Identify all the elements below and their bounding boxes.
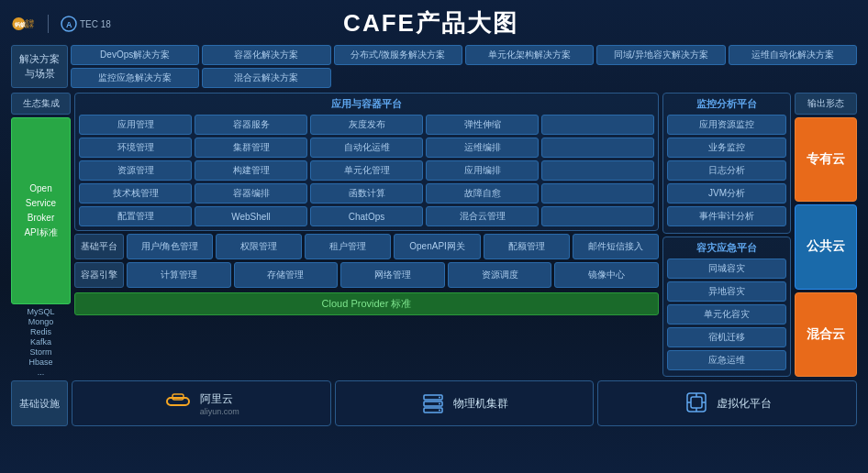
svg-point-13	[439, 403, 440, 405]
main-container: 蚂蚁 金融 服务 A TEC 18 CAFE产品大图 解决方案 与场景 D	[0, 0, 868, 473]
ant-financial-logo: 蚂蚁 金融 服务	[11, 15, 37, 33]
app-cell-7: 自动化运维	[310, 138, 423, 158]
app-cell-18: 故障自愈	[426, 183, 539, 204]
svg-text:TEC 18: TEC 18	[80, 19, 111, 29]
app-platform: 应用与容器平台 应用管理 容器服务 灰度发布 弹性伸缩 环境管理 集群管理 自动…	[74, 93, 659, 231]
disaster-0: 同城容灾	[667, 258, 786, 279]
logo-area: 蚂蚁 金融 服务 A TEC 18	[11, 15, 115, 33]
app-cell-5: 环境管理	[79, 138, 192, 158]
header: 蚂蚁 金融 服务 A TEC 18 CAFE产品大图	[11, 7, 857, 39]
infrastructure-row: 基础设施 阿里云 aliyun.com	[11, 380, 857, 426]
db-storm: Storm	[11, 347, 71, 357]
app-cell-9	[541, 138, 654, 158]
app-cell-6: 集群管理	[195, 138, 307, 158]
virtualization-icon	[684, 390, 709, 417]
solutions-items: DevOps解决方案 容器化解决方案 分布式/微服务解决方案 单元化架构解决方案…	[71, 45, 857, 88]
foundation-label: 基础平台	[74, 234, 124, 259]
app-cell-13: 应用编排	[426, 160, 539, 181]
foundation-1: 权限管理	[216, 234, 302, 259]
app-platform-grid: 应用管理 容器服务 灰度发布 弹性伸缩 环境管理 集群管理 自动化运维 运维编排…	[79, 115, 654, 226]
app-cell-0: 应用管理	[79, 115, 192, 135]
monitor-1: 业务监控	[667, 138, 786, 158]
page-title: CAFE产品大图	[115, 7, 747, 39]
app-cell-12: 单元化管理	[310, 160, 423, 181]
center-area: 应用与容器平台 应用管理 容器服务 灰度发布 弹性伸缩 环境管理 集群管理 自动…	[74, 93, 659, 377]
monitor-4: 事件审计分析	[667, 206, 786, 226]
container-items: 计算管理 存储管理 网络管理 资源调度 镜像中心	[127, 262, 659, 288]
db-mongo: Mongo	[11, 317, 71, 326]
output-form: 输出形态 专有云 公共云 混合云	[795, 93, 857, 377]
app-cell-17: 函数计算	[310, 183, 423, 204]
app-cell-16: 容器编排	[195, 183, 307, 204]
solution-item-2: 分布式/微服务解决方案	[334, 45, 462, 65]
aliyun-text: 阿里云 aliyun.com	[200, 391, 239, 416]
infra-virtualization: 虚拟化平台	[597, 380, 857, 426]
app-cell-11: 构建管理	[195, 160, 307, 181]
monitor-grid: 应用资源监控 业务监控 日志分析 JVM分析 事件审计分析	[667, 115, 786, 226]
app-cell-22: ChatOps	[310, 206, 423, 226]
svg-text:服务: 服务	[25, 23, 34, 28]
db-more: ...	[11, 368, 71, 377]
output-hybrid-cloud: 混合云	[795, 292, 857, 377]
db-redis: Redis	[11, 327, 71, 336]
app-cell-2: 灰度发布	[310, 115, 423, 135]
app-cell-10: 资源管理	[79, 160, 192, 181]
monitor-3: JVM分析	[667, 183, 786, 204]
container-row: 容器引擎 计算管理 存储管理 网络管理 资源调度 镜像中心	[74, 262, 659, 288]
solution-item-6: 监控应急解决方案	[71, 68, 199, 88]
disaster-grid: 同城容灾 异地容灾 单元化容灾 宿机迁移 应急运维	[667, 258, 786, 370]
container-4: 镜像中心	[554, 262, 659, 288]
app-cell-4	[541, 115, 654, 135]
app-cell-1: 容器服务	[195, 115, 307, 135]
app-cell-15: 技术栈管理	[79, 183, 192, 204]
disaster-4: 应急运维	[667, 350, 786, 370]
monitor-0: 应用资源监控	[667, 115, 786, 135]
output-public-cloud: 公共云	[795, 204, 857, 289]
foundation-items: 用户/角色管理 权限管理 租户管理 OpenAPI网关 配额管理 邮件短信接入	[127, 234, 659, 259]
disaster-title: 容灾应急平台	[667, 241, 786, 255]
solution-item-0: DevOps解决方案	[71, 45, 199, 65]
db-hbase: Hbase	[11, 358, 71, 367]
open-service-broker: Open Service Broker API标准	[11, 117, 71, 304]
svg-text:金融: 金融	[25, 17, 34, 23]
physical-server-icon	[420, 390, 446, 417]
atec-logo: A TEC 18	[60, 15, 115, 33]
aliyun-icon	[163, 390, 193, 416]
app-cell-3: 弹性伸缩	[426, 115, 539, 135]
svg-point-14	[439, 410, 440, 412]
svg-text:A: A	[66, 20, 72, 29]
virtualization-text: 虚拟化平台	[717, 396, 772, 412]
output-private-cloud: 专有云	[795, 117, 857, 202]
foundation-4: 配额管理	[484, 234, 570, 259]
container-1: 存储管理	[234, 262, 339, 288]
app-platform-title: 应用与容器平台	[79, 97, 654, 111]
right-panels: 监控分析平台 应用资源监控 业务监控 日志分析 JVM分析 事件审计分析 容灾应…	[662, 93, 791, 377]
app-cell-24	[541, 206, 654, 226]
app-cell-19	[541, 183, 654, 204]
main-content: 生态集成 Open Service Broker API标准 MySQL Mon…	[11, 93, 857, 377]
monitor-platform: 监控分析平台 应用资源监控 业务监控 日志分析 JVM分析 事件审计分析	[662, 93, 791, 234]
foundation-2: 租户管理	[305, 234, 391, 259]
db-mysql: MySQL	[11, 307, 71, 316]
db-items: MySQL Mongo Redis Kafka Storm Hbase ...	[11, 307, 71, 377]
app-cell-20: 配置管理	[79, 206, 192, 226]
svg-point-12	[439, 397, 440, 399]
svg-rect-7	[167, 398, 189, 405]
container-3: 资源调度	[448, 262, 552, 288]
container-2: 网络管理	[340, 262, 445, 288]
foundation-3: OpenAPI网关	[394, 234, 480, 259]
ecosystem-label: 生态集成	[11, 93, 71, 115]
infra-label: 基础设施	[11, 380, 68, 426]
app-cell-23: 混合云管理	[426, 206, 539, 226]
solution-item-3: 单元化架构解决方案	[465, 45, 594, 65]
solution-item-7: 混合云解决方案	[202, 68, 330, 88]
physical-cluster-text: 物理机集群	[453, 396, 508, 412]
left-sidebar: 生态集成 Open Service Broker API标准 MySQL Mon…	[11, 93, 71, 377]
solution-item-1: 容器化解决方案	[202, 45, 330, 65]
foundation-5: 邮件短信接入	[573, 234, 659, 259]
solutions-label: 解决方案 与场景	[11, 45, 68, 88]
infra-items: 阿里云 aliyun.com 物理机集群	[72, 380, 857, 426]
monitor-2: 日志分析	[667, 160, 786, 181]
infra-physical-cluster: 物理机集群	[335, 380, 595, 426]
infra-aliyun: 阿里云 aliyun.com	[72, 380, 331, 426]
